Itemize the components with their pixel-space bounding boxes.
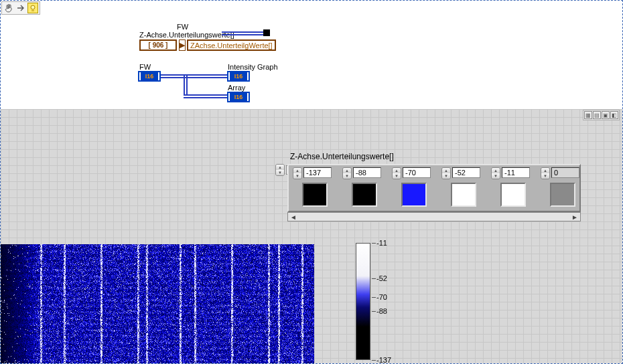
entry-1-stepper[interactable]: ▲▼ [342,167,352,179]
scale-tick [372,297,376,298]
cluster-hscroll[interactable]: ◄ ► [287,212,581,221]
scale-tick-label: -137 [376,356,391,363]
entry-4-stepper[interactable]: ▲▼ [491,167,500,179]
intensity-graph[interactable] [1,244,314,363]
node-906-text: [ 906 ] [149,41,168,49]
color-scale: -11-52-70-88-137 [356,243,409,363]
entry-2-stepper[interactable]: ▲▼ [392,167,401,179]
node-junction [263,29,270,36]
scale-tick [372,311,376,312]
entry-5-value[interactable]: 0 [551,167,579,178]
scale-tick [372,243,376,244]
entry-2-color[interactable] [401,183,427,207]
terminal-i16-array[interactable]: I16 [227,92,250,102]
index-up-icon[interactable]: ▲ [276,165,284,170]
label-fw-top: FW [177,23,188,31]
arrow-right-icon[interactable] [15,3,26,13]
entry-0-value[interactable]: -137 [303,167,332,178]
scale-tick-label: -11 [376,239,387,247]
tool-c-icon[interactable]: ▣ [602,111,610,119]
scale-tick [372,360,376,361]
control-title: Z-Achse.Unterteilungswerte[] [290,152,394,161]
scale-tick-label: -88 [376,307,387,315]
terminal-zachse-out[interactable]: ZAchse.UnterteilgWerte[] [187,39,276,51]
entry-0-color[interactable] [302,183,328,207]
terminal-i16-source[interactable]: I16 [138,71,161,82]
hand-tool-icon[interactable] [3,3,14,13]
scroll-right-icon[interactable]: ► [571,213,578,221]
entry-3-stepper[interactable]: ▲▼ [441,167,451,179]
entry-5-stepper[interactable]: ▲▼ [541,167,550,179]
scroll-left-icon[interactable]: ◄ [290,213,297,221]
highlight-exec-icon[interactable] [27,3,38,13]
front-panel-area[interactable]: ▦ ▤ ▣ ◧ Z-Achse.Unterteilungswerte[] ▲ ▼… [1,109,622,363]
tool-b-icon[interactable]: ▤ [593,111,601,119]
entry-4-color[interactable] [500,183,526,207]
entry-4-value[interactable]: -11 [502,167,530,178]
entry-1-color[interactable] [352,183,377,207]
entry-3-value[interactable]: -52 [452,167,480,178]
toolbar [1,1,40,15]
index-stepper[interactable]: ▲ ▼ [275,164,285,176]
label-intensity-graph: Intensity Graph [228,63,278,71]
color-ramp[interactable] [356,243,370,360]
scale-tick-label: -70 [376,293,387,301]
label-fw-bottom: FW [139,63,151,71]
terminal-i16-intensity[interactable]: I16 [227,71,250,82]
index-down-icon[interactable]: ▼ [276,170,284,175]
node-906[interactable]: [ 906 ] [139,39,177,51]
svg-point-0 [31,5,35,9]
tool-d-icon[interactable]: ◧ [610,111,618,119]
arrow-to-terminal-icon: ▶ [179,39,186,51]
entry-5-color[interactable] [550,183,575,207]
entry-3-color[interactable] [451,183,476,207]
label-zachse: Z-Achse.Unterteilungswerte[] [139,31,234,39]
label-array: Array [228,84,245,92]
scale-tick-label: -52 [376,274,387,282]
entry-0-stepper[interactable]: ▲▼ [293,167,302,179]
entry-1-value[interactable]: -88 [353,167,381,178]
scale-tick [372,278,376,279]
cluster-array-panel: ▲▼ -137 ▲▼ -88 ▲▼ -70 ▲▼ -52 ▲▼ -11 ▲▼ 0 [287,164,581,212]
front-panel-tool-strip: ▦ ▤ ▣ ◧ [583,110,620,120]
entry-2-value[interactable]: -70 [403,167,431,178]
tool-a-icon[interactable]: ▦ [584,111,592,119]
block-diagram-area: FW Z-Achse.Unterteilungswerte[] [ 906 ] … [1,1,622,109]
